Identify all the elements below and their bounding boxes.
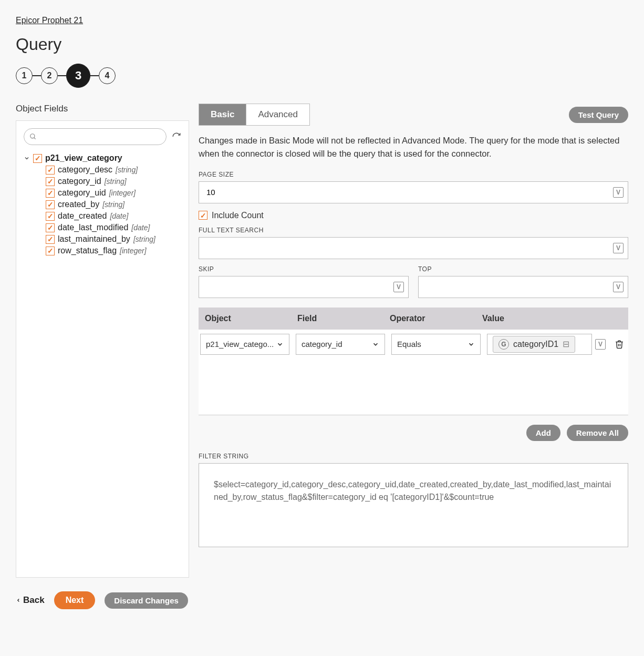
- object-fields-panel: p21_view_category category_desc [string]…: [16, 120, 189, 578]
- field-type: [string]: [102, 200, 124, 209]
- full-text-input-wrap: V: [199, 237, 628, 259]
- field-type: [integer]: [109, 189, 136, 197]
- field-checkbox[interactable]: [46, 223, 55, 232]
- breadcrumb[interactable]: Epicor Prophet 21: [16, 16, 83, 25]
- operator-select[interactable]: Equals: [391, 334, 481, 355]
- discard-button[interactable]: Discard Changes: [105, 592, 188, 609]
- svg-line-1: [34, 138, 36, 139]
- field-name: date_created: [58, 211, 107, 221]
- tab-basic[interactable]: Basic: [199, 104, 246, 125]
- value-chip[interactable]: GcategoryID1⊟: [493, 336, 575, 353]
- value-input[interactable]: GcategoryID1⊟: [487, 334, 592, 355]
- col-operator: Operator: [383, 308, 476, 330]
- field-checkbox[interactable]: [46, 247, 55, 255]
- field-row[interactable]: date_created [date]: [46, 210, 181, 222]
- refresh-fields-button[interactable]: [172, 132, 181, 141]
- field-name: category_uid: [58, 188, 106, 198]
- col-object: Object: [199, 308, 291, 330]
- page-size-input-wrap: V: [199, 181, 628, 203]
- field-checkbox[interactable]: [46, 189, 55, 198]
- chevron-down-icon: [372, 341, 379, 348]
- field-type: [integer]: [120, 247, 147, 255]
- skip-label: SKIP: [199, 265, 409, 273]
- mode-help-text: Changes made in Basic Mode will not be r…: [199, 134, 628, 160]
- step-1[interactable]: 1: [16, 67, 33, 84]
- chevron-down-icon: [276, 341, 284, 348]
- page-title: Query: [16, 35, 628, 54]
- chevron-down-icon: [468, 341, 475, 348]
- step-4[interactable]: 4: [99, 67, 116, 84]
- filter-string-box: $select=category_id,category_desc,catego…: [199, 463, 628, 547]
- variable-icon[interactable]: V: [613, 187, 624, 198]
- field-tree: p21_view_category category_desc [string]…: [24, 152, 181, 257]
- back-button[interactable]: Back: [16, 595, 45, 606]
- full-text-input[interactable]: [199, 238, 613, 259]
- field-row[interactable]: category_id [string]: [46, 176, 181, 187]
- field-search[interactable]: [24, 128, 167, 145]
- variable-icon[interactable]: V: [613, 282, 624, 292]
- tree-root[interactable]: p21_view_category: [24, 152, 181, 164]
- field-type: [string]: [133, 235, 155, 243]
- delete-row-button[interactable]: [615, 340, 624, 349]
- root-name: p21_view_category: [45, 153, 122, 163]
- object-select[interactable]: p21_view_catego...: [200, 334, 289, 355]
- step-2[interactable]: 2: [41, 67, 58, 84]
- field-row[interactable]: category_desc [string]: [46, 164, 181, 176]
- field-checkbox[interactable]: [46, 166, 55, 175]
- variable-icon[interactable]: V: [393, 282, 404, 292]
- variable-icon[interactable]: V: [613, 243, 624, 253]
- field-type: [date]: [110, 212, 128, 220]
- skip-input[interactable]: [199, 276, 393, 298]
- top-label: TOP: [418, 265, 628, 273]
- step-3[interactable]: 3: [66, 64, 90, 88]
- field-row[interactable]: row_status_flag [integer]: [46, 245, 181, 257]
- root-checkbox[interactable]: [33, 154, 42, 163]
- field-search-input[interactable]: [37, 132, 161, 141]
- field-row[interactable]: created_by [string]: [46, 199, 181, 210]
- field-checkbox[interactable]: [46, 200, 55, 209]
- field-type: [string]: [105, 177, 127, 186]
- field-name: date_last_modified: [58, 223, 128, 232]
- filter-grid: Object Field Operator Value p21_view_cat…: [199, 308, 628, 415]
- object-fields-label: Object Fields: [16, 104, 189, 114]
- remove-all-button[interactable]: Remove All: [567, 425, 628, 441]
- search-icon: [29, 133, 37, 140]
- col-field: Field: [291, 308, 383, 330]
- field-checkbox[interactable]: [46, 212, 55, 221]
- chip-remove-icon[interactable]: ⊟: [563, 339, 569, 349]
- col-value: Value: [476, 308, 610, 330]
- filter-string-label: FILTER STRING: [199, 453, 628, 460]
- trash-icon: [615, 340, 624, 349]
- field-name: category_id: [58, 177, 101, 186]
- add-filter-button[interactable]: Add: [526, 425, 560, 441]
- next-button[interactable]: Next: [54, 591, 96, 609]
- top-input[interactable]: [419, 276, 613, 298]
- field-checkbox[interactable]: [46, 235, 55, 244]
- include-count-label: Include Count: [212, 211, 264, 220]
- variable-icon[interactable]: V: [595, 339, 606, 350]
- stepper: 1234: [16, 64, 628, 88]
- field-type: [string]: [116, 166, 138, 174]
- tab-advanced[interactable]: Advanced: [246, 104, 309, 125]
- chevron-left-icon: [16, 597, 21, 604]
- global-var-icon: G: [498, 339, 509, 350]
- filter-row: p21_view_catego...category_idEqualsGcate…: [199, 330, 628, 359]
- field-select[interactable]: category_id: [296, 334, 385, 355]
- include-count-checkbox[interactable]: [199, 211, 207, 220]
- field-checkbox[interactable]: [46, 177, 55, 186]
- svg-point-0: [30, 134, 35, 138]
- back-label: Back: [23, 595, 45, 606]
- chevron-down-icon[interactable]: [24, 155, 30, 161]
- field-row[interactable]: last_maintained_by [string]: [46, 233, 181, 245]
- field-name: row_status_flag: [58, 246, 117, 255]
- page-size-input[interactable]: [199, 182, 613, 203]
- test-query-button[interactable]: Test Query: [569, 107, 628, 123]
- full-text-label: FULL TEXT SEARCH: [199, 227, 628, 234]
- field-name: created_by: [58, 200, 99, 209]
- page-size-label: PAGE SIZE: [199, 171, 628, 178]
- field-type: [date]: [131, 223, 150, 232]
- field-row[interactable]: category_uid [integer]: [46, 187, 181, 199]
- mode-tabs: Basic Advanced: [199, 104, 310, 126]
- field-row[interactable]: date_last_modified [date]: [46, 222, 181, 233]
- field-name: last_maintained_by: [58, 234, 130, 244]
